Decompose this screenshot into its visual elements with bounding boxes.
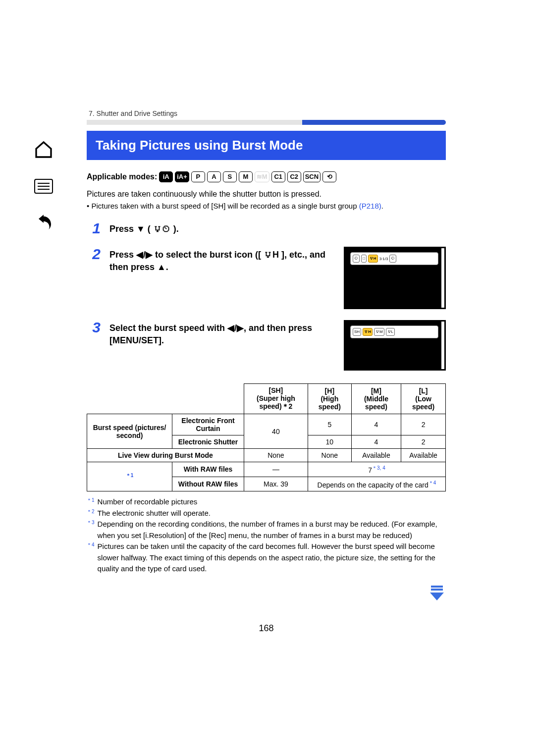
row-star1: ＊1: [87, 462, 172, 491]
step-3: 3 Select the burst speed with ◀/▶, and t…: [87, 320, 446, 371]
applicable-modes: Applicable modes: iA iA+ P A S M ≋M C1 C…: [87, 171, 446, 183]
step-1-num: 1: [87, 221, 101, 236]
list-icon[interactable]: [33, 175, 54, 197]
note2: The electronic shutter will operate.: [98, 508, 211, 519]
spec-table: [SH](Super high speed)＊2 [H](High speed)…: [87, 383, 446, 491]
p2-d: 🝘L: [386, 328, 395, 336]
note4: Pictures can be taken until the capacity…: [98, 541, 446, 575]
mode-s: S: [223, 171, 237, 182]
row-burst: Burst speed (pictures/ second): [87, 414, 172, 449]
step-3-text: Select the burst speed with ◀/▶, and the…: [109, 320, 335, 371]
breadcrumb: 7. Shutter and Drive Settings: [87, 109, 446, 124]
page-title: Taking Pictures using Burst Mode: [87, 131, 446, 160]
p2-c: 🝘M: [374, 328, 384, 336]
mode-c2: C2: [287, 171, 301, 182]
intro-sub-post: .: [381, 202, 383, 210]
th-m: [M](Middle speed): [351, 384, 401, 414]
live-l: Available: [401, 449, 446, 462]
row-live: Live View during Burst Mode: [87, 449, 244, 462]
live-h: None: [308, 449, 351, 462]
p1-e: ⏲: [389, 255, 396, 263]
back-icon[interactable]: [33, 212, 54, 234]
intro-sub: • Pictures taken with a burst speed of […: [87, 202, 446, 210]
h-efc: 5: [308, 414, 351, 435]
note1-lbl: ＊1: [87, 496, 95, 508]
p1-a: ⏲: [353, 255, 360, 263]
h-es: 10: [308, 435, 351, 449]
mode-ia: iA: [159, 171, 173, 182]
step-3-num: 3: [87, 320, 101, 371]
step-2-text: Press ◀/▶ to select the burst icon ([ 🝘H…: [109, 247, 335, 309]
sidebar: [0, 0, 87, 756]
sh-burst: 40: [244, 414, 308, 449]
mode-movie: ≋M: [255, 171, 269, 182]
intro-text: Pictures are taken continuously while th…: [87, 190, 446, 199]
next-page-icon[interactable]: [87, 584, 446, 603]
p1-c: 🝘H: [368, 255, 378, 263]
step-1-text: Press ▼ ( 🝘⏲ ).: [109, 221, 446, 236]
mode-c1: C1: [271, 171, 285, 182]
p1-d: 3·1/3: [379, 257, 388, 261]
step-2-preview: ⏲ □ 🝘H 3·1/3 ⏲: [344, 247, 446, 309]
note4-lbl: ＊4: [87, 541, 95, 575]
svg-rect-5: [431, 589, 443, 591]
note3: Depending on the recording conditions, t…: [98, 519, 446, 541]
mode-scn: SCN: [303, 171, 321, 182]
mode-iaplus: iA+: [175, 171, 189, 182]
step-1: 1 Press ▼ ( 🝘⏲ ).: [87, 221, 446, 236]
noraw-sh: Max. 39: [244, 477, 308, 491]
mode-p: P: [191, 171, 205, 182]
raw-sh: —: [244, 462, 308, 477]
step-3-preview: SH 🝘H 🝘M 🝘L: [344, 320, 446, 371]
m-es: 4: [351, 435, 401, 449]
page-number: 168: [87, 623, 446, 634]
row-withoutraw: Without RAW files: [172, 477, 244, 491]
mode-a: A: [207, 171, 221, 182]
row-withraw: With RAW files: [172, 462, 244, 477]
p2-a: SH: [353, 328, 361, 336]
noraw-hml: Depends on the capacity of the card＊4: [308, 477, 445, 491]
th-sh: [SH](Super high speed)＊2: [244, 384, 308, 414]
p2-b: 🝘H: [363, 328, 373, 336]
mode-creative: ⟲: [322, 171, 336, 182]
live-sh: None: [244, 449, 308, 462]
step-2-num: 2: [87, 247, 101, 309]
home-icon[interactable]: [33, 139, 54, 161]
l-efc: 2: [401, 414, 446, 435]
m-efc: 4: [351, 414, 401, 435]
svg-rect-4: [431, 586, 443, 588]
mode-m: M: [239, 171, 253, 182]
note2-lbl: ＊2: [87, 508, 95, 519]
footnotes: ＊1Number of recordable pictures ＊2The el…: [87, 496, 446, 575]
row-es: Electronic Shutter: [172, 435, 244, 449]
live-m: Available: [351, 449, 401, 462]
note3-lbl: ＊3: [87, 519, 95, 541]
raw-hml: 7＊3, 4: [308, 462, 445, 477]
intro-sub-pre: • Pictures taken with a burst speed of […: [87, 202, 359, 210]
p1-b: □: [361, 255, 367, 263]
breadcrumb-text: 7. Shutter and Drive Settings: [87, 109, 177, 117]
applicable-label: Applicable modes:: [87, 171, 157, 183]
row-efc: Electronic Front Curtain: [172, 414, 244, 435]
link-p218[interactable]: (P218): [359, 202, 381, 210]
th-l: [L](Low speed): [401, 384, 446, 414]
svg-marker-6: [430, 593, 444, 600]
l-es: 2: [401, 435, 446, 449]
step-2: 2 Press ◀/▶ to select the burst icon ([ …: [87, 247, 446, 309]
th-h: [H](High speed): [308, 384, 351, 414]
note1: Number of recordable pictures: [98, 496, 198, 508]
